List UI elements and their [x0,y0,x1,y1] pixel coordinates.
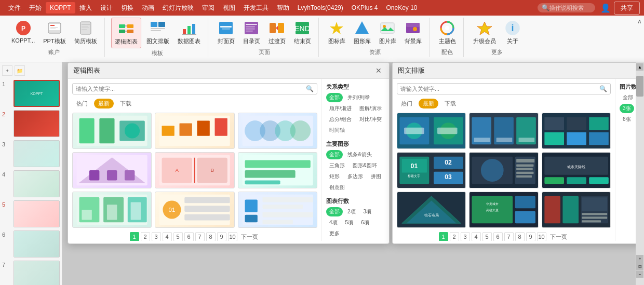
zoom-in-btn[interactable]: + [636,255,643,262]
slide-item-3[interactable]: 3 [2,140,60,167]
tag-all-count[interactable]: 全部 [326,207,343,216]
slide-thumb-6[interactable] [14,230,60,257]
scroll-thumb[interactable] [636,76,643,97]
img-template-thumb-2[interactable] [469,113,538,149]
scroll-up[interactable]: ▲ [636,63,643,71]
ribbon-btn-koppt[interactable]: P KOPPT... [8,18,38,46]
menu-koppt[interactable]: KOPPT [46,2,75,13]
tab-download[interactable]: 下载 [116,99,136,108]
slide-thumb-4[interactable] [14,170,60,197]
page-next[interactable]: 下一页 [239,233,260,241]
template-thumb-6[interactable] [238,152,317,188]
ribbon-btn-bg-lib[interactable]: 背景库 [401,18,425,47]
img-template-thumb-5[interactable] [469,152,538,188]
search-input[interactable] [549,5,591,11]
ribbon-collapse-btn[interactable]: ∧ [637,18,642,25]
template-thumb-5[interactable]: A B [155,152,234,188]
img-template-thumb-7[interactable]: 钻石布局 [397,192,466,228]
tag-diagram[interactable]: 图解/演示 [356,104,385,113]
template-thumb-7[interactable] [72,192,152,228]
tag-timeline[interactable]: 时间轴 [326,126,348,135]
slide-thumb-7[interactable] [14,261,60,285]
slide-item-1[interactable]: 1 KOPPT [2,80,60,107]
page-btn-10[interactable]: 10 [228,232,237,241]
page-btn-1[interactable]: 1 [130,232,139,241]
menu-review[interactable]: 审阅 [198,2,219,15]
slide-thumb-5[interactable] [14,200,60,227]
page-btn-7[interactable]: 7 [195,232,205,241]
tag-3-img[interactable]: 3张 [620,104,634,113]
menu-start[interactable]: 开始 [25,2,46,15]
menu-animation[interactable]: 动画 [138,2,158,15]
slide-item-7[interactable]: 7 [2,261,60,285]
menu-dev[interactable]: 开发工具 [239,2,273,15]
dialog-logic-search[interactable]: 🔍 [72,83,317,94]
menu-help[interactable]: 帮助 [273,2,293,15]
template-thumb-3[interactable] [238,113,317,149]
slide-folder-btn[interactable]: 📁 [15,65,25,76]
tag-all-shape[interactable]: 全部 [326,150,343,159]
tab-img-download[interactable]: 下载 [440,99,460,108]
ribbon-btn-resume[interactable]: 简历模板 [71,18,100,47]
tag-3[interactable]: 3项 [360,207,375,216]
template-thumb-9[interactable] [238,192,317,228]
template-thumb-2[interactable] [155,113,234,149]
tab-img-new[interactable]: 最新 [419,99,438,108]
slide-item-5[interactable]: 5 [2,200,60,227]
tag-lines-arrows[interactable]: 线条&箭头 [344,150,375,159]
tag-all-relation[interactable]: 全部 [326,93,343,102]
page-btn-8[interactable]: 8 [206,232,216,241]
img-template-thumb-8[interactable]: 华美城市 高楼大厦 [469,192,538,228]
page-btn-4[interactable]: 4 [163,232,172,241]
slide-thumb-3[interactable] [14,140,60,167]
ribbon-btn-about[interactable]: i 关于 [501,18,524,47]
img-template-thumb-6[interactable]: 城市天际线 [542,152,611,188]
tag-rect[interactable]: 矩形 [326,172,343,181]
tab-new[interactable]: 最新 [94,99,114,108]
img-page-btn-8[interactable]: 8 [515,232,525,241]
tag-parallel[interactable]: 并列/列举 [344,93,373,102]
menu-design[interactable]: 设计 [96,2,117,15]
img-page-btn-5[interactable]: 5 [482,232,492,241]
ribbon-btn-shape-lib[interactable]: 图形库 [351,18,374,47]
ribbon-btn-theme-color[interactable]: 主题色 [436,18,459,47]
menu-switch[interactable]: 切换 [117,2,138,15]
img-template-thumb-1[interactable] [397,113,466,149]
user-icon[interactable]: 👤 [600,3,611,13]
dialog-logic-close[interactable]: ✕ [373,66,384,75]
tag-2[interactable]: 2项 [344,207,359,216]
template-thumb-8[interactable]: 01 [155,192,234,228]
menu-okplus[interactable]: OKPlus 4 [347,2,382,13]
template-thumb-4[interactable] [72,152,152,188]
img-page-btn-7[interactable]: 7 [504,232,514,241]
ribbon-btn-img-lib[interactable]: 图片库 [376,18,399,47]
ribbon-btn-cover[interactable]: 封面页 [214,18,238,47]
tag-triangle[interactable]: 三角形 [326,161,348,170]
menu-insert[interactable]: 插入 [75,2,96,15]
ribbon-btn-toc[interactable]: 目录页 [240,18,263,47]
tag-creative[interactable]: 创意图 [326,183,348,192]
ribbon-btn-text-layout[interactable]: 图文排版 [143,18,172,47]
ribbon-btn-upgrade[interactable]: 升级会员 [470,18,499,47]
ribbon-btn-logic-chart[interactable]: 逻辑图表 [111,18,141,48]
zoom-out-btn[interactable]: − [636,270,643,278]
share-button[interactable]: 共享 [614,2,640,15]
tag-sum[interactable]: 总分/组合 [326,115,355,124]
tab-img-hot[interactable]: 热门 [397,99,417,108]
slide-thumb-1[interactable]: KOPPT [14,80,60,107]
tag-circle-ring[interactable]: 圆形&圆环 [350,161,380,170]
img-page-next[interactable]: 下一页 [548,233,569,241]
tag-6[interactable]: 6项 [358,218,372,227]
slide-item-2[interactable]: 2 [2,110,60,137]
ribbon-btn-end[interactable]: END 结束页 [291,18,314,47]
img-page-btn-3[interactable]: 3 [461,232,470,241]
img-page-btn-10[interactable]: 10 [537,232,546,241]
img-template-thumb-9[interactable] [542,192,611,228]
dialog-logic-search-input[interactable] [76,86,306,92]
img-page-btn-6[interactable]: 6 [493,232,503,241]
tag-more[interactable]: 更多 [326,229,343,238]
zoom-fit-btn[interactable]: ⊡ [636,263,643,270]
img-template-thumb-3[interactable] [542,113,611,149]
tag-4[interactable]: 4项 [326,218,341,227]
ribbon-btn-icon-lib[interactable]: 图标库 [325,18,348,47]
